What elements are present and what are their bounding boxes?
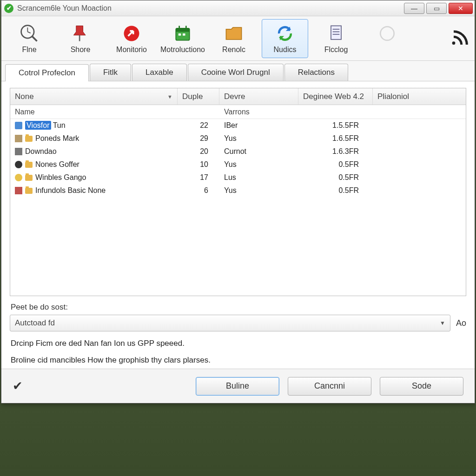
table-row[interactable]: Viosfor Tun 22 IBer 1.5.5FR bbox=[10, 119, 466, 132]
row-duple: 20 bbox=[178, 147, 219, 156]
col-deginee[interactable]: Deginee Web 4.2 bbox=[298, 88, 373, 105]
col-devre[interactable]: Devre bbox=[219, 88, 298, 105]
toolbar-label: Flcclog bbox=[324, 46, 348, 54]
tab-cooine[interactable]: Cooine Worl Drugnl bbox=[188, 64, 284, 81]
refresh-globe-icon bbox=[275, 23, 295, 44]
magnifier-clock-icon bbox=[19, 23, 40, 44]
calendar-icon bbox=[172, 23, 193, 44]
check-icon[interactable]: ✔ bbox=[13, 379, 23, 393]
bulb-item-icon bbox=[15, 174, 22, 181]
footer: ✔ Buline Cancnni Sode bbox=[1, 369, 475, 403]
app-icon: ✔ bbox=[4, 4, 13, 13]
tab-fitlk[interactable]: Fitlk bbox=[90, 64, 131, 81]
row-deg: 0.5FR bbox=[298, 186, 373, 195]
app-item-icon bbox=[15, 122, 22, 129]
row-devre: Yus bbox=[219, 186, 298, 195]
row-duple: 6 bbox=[178, 186, 219, 195]
row-deg: 0.5FR bbox=[298, 173, 373, 182]
cancel-button[interactable]: Cancnni bbox=[288, 377, 371, 396]
svg-rect-11 bbox=[183, 33, 185, 36]
col-plialoniol[interactable]: Plialoniol bbox=[373, 88, 466, 105]
folder-icon bbox=[224, 23, 244, 44]
content-area: None▼ Duple Devre Deginee Web 4.2 Plialo… bbox=[1, 81, 475, 369]
toolbar-flne[interactable]: Flne bbox=[6, 19, 53, 58]
maximize-button[interactable]: ▭ bbox=[426, 3, 447, 14]
info-text-2: Broline cid mancibles How the grophisb t… bbox=[11, 356, 465, 365]
row-deg: 1.6.3FR bbox=[298, 147, 373, 156]
toolbar-label: Flne bbox=[22, 46, 36, 54]
toolbar: Flne Shore Monitorio Motroluctiono Renol… bbox=[1, 16, 475, 61]
table-row[interactable]: Downdao 20 Curnot 1.6.3FR bbox=[10, 145, 466, 158]
row-duple: 29 bbox=[178, 134, 219, 143]
row-name: Tun bbox=[51, 121, 66, 129]
col-none[interactable]: None▼ bbox=[10, 88, 178, 105]
dropdown-value: Autctoad fd bbox=[15, 318, 55, 328]
sub-name: Name bbox=[10, 108, 178, 116]
toolbar-label: Motroluctiono bbox=[160, 46, 205, 54]
sub-varrons: Varrons bbox=[219, 108, 298, 116]
row-deg: 0.5FR bbox=[298, 160, 373, 169]
grid-subheader: Name Varrons bbox=[10, 105, 466, 119]
toolbar-monitorio[interactable]: Monitorio bbox=[108, 19, 155, 58]
row-devre: IBer bbox=[219, 121, 298, 130]
buline-button[interactable]: Buline bbox=[196, 377, 279, 396]
svg-point-16 bbox=[380, 26, 394, 40]
save-button[interactable]: Sode bbox=[380, 377, 463, 396]
toolbar-nudics[interactable]: Nudics bbox=[262, 19, 308, 58]
row-deg: 1.5.5FR bbox=[298, 121, 373, 130]
pushpin-icon bbox=[70, 23, 91, 44]
tab-bar: Cotrol Profeclon Fitlk Laxable Cooine Wo… bbox=[1, 61, 475, 81]
svg-line-3 bbox=[27, 32, 30, 33]
data-grid: None▼ Duple Devre Deginee Web 4.2 Plialo… bbox=[10, 88, 466, 296]
pin-item-icon bbox=[15, 161, 22, 168]
grid-body[interactable]: Viosfor Tun 22 IBer 1.5.5FR Poneds Mark … bbox=[10, 119, 466, 296]
folder-icon bbox=[25, 175, 33, 181]
row-deg: 1.6.5FR bbox=[298, 134, 373, 143]
svg-line-1 bbox=[32, 36, 37, 41]
titlebar: ✔ Scrancem6le Youn Moaction — ▭ ✕ bbox=[1, 0, 475, 16]
toolbar-label: Renolc bbox=[222, 46, 245, 54]
app-window: ✔ Scrancem6le Youn Moaction — ▭ ✕ Flne S… bbox=[1, 0, 475, 403]
row-duple: 22 bbox=[178, 121, 219, 130]
rss-icon[interactable] bbox=[451, 28, 470, 49]
table-row[interactable]: Poneds Mark 29 Yus 1.6.5FR bbox=[10, 132, 466, 145]
svg-rect-7 bbox=[176, 28, 189, 32]
list-item-icon bbox=[15, 135, 22, 142]
list-item-icon bbox=[15, 148, 22, 155]
row-name-selected: Viosfor bbox=[25, 121, 51, 130]
tab-cotrol-profeclon[interactable]: Cotrol Profeclon bbox=[5, 64, 89, 81]
table-row[interactable]: Winbles Gango 17 Lus 0.5FR bbox=[10, 171, 466, 184]
folder-icon bbox=[25, 162, 33, 168]
suffix-label: Ao bbox=[456, 318, 466, 328]
row-devre: Yus bbox=[219, 134, 298, 143]
col-duple[interactable]: Duple bbox=[178, 88, 219, 105]
stop-icon bbox=[377, 23, 397, 44]
tab-relactions[interactable]: Relactions bbox=[284, 64, 348, 81]
row-devre: Yus bbox=[219, 160, 298, 169]
toolbar-label bbox=[386, 46, 388, 54]
row-devre: Curnot bbox=[219, 147, 298, 156]
mode-dropdown[interactable]: Autctoad fd ▼ bbox=[10, 315, 450, 331]
row-name: Downdao bbox=[25, 147, 57, 156]
info-text-1: Drcinp Ficm ore ded Nan fan Ion us GPP s… bbox=[11, 339, 465, 348]
row-duple: 10 bbox=[178, 160, 219, 169]
toolbar-shore[interactable]: Shore bbox=[57, 19, 104, 58]
sort-indicator-icon: ▼ bbox=[167, 94, 172, 99]
tab-laxable[interactable]: Laxable bbox=[132, 64, 187, 81]
grid-header: None▼ Duple Devre Deginee Web 4.2 Plialo… bbox=[10, 88, 466, 105]
toolbar-label: Monitorio bbox=[116, 46, 147, 54]
document-icon bbox=[326, 23, 346, 44]
table-row[interactable]: Nones Goffer 10 Yus 0.5FR bbox=[10, 158, 466, 171]
close-button[interactable]: ✕ bbox=[449, 3, 473, 14]
toolbar-renolc[interactable]: Renolc bbox=[211, 19, 257, 58]
toolbar-label: Nudics bbox=[274, 46, 297, 54]
toolbar-motroluctiono[interactable]: Motroluctiono bbox=[159, 19, 206, 58]
chevron-down-icon: ▼ bbox=[440, 320, 445, 326]
table-row[interactable]: Infundols Basic None 6 Yus 0.5FR bbox=[10, 184, 466, 197]
folder-icon bbox=[25, 136, 33, 142]
toolbar-flcclog[interactable]: Flcclog bbox=[313, 19, 359, 58]
app-item-icon bbox=[15, 187, 22, 194]
row-name: Poneds Mark bbox=[35, 134, 79, 143]
row-name: Infundols Basic None bbox=[35, 186, 106, 195]
minimize-button[interactable]: — bbox=[404, 3, 424, 14]
